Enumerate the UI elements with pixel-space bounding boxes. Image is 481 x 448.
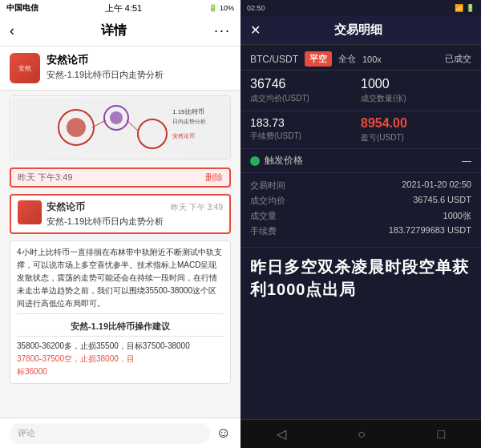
detail-value: 1000张 — [443, 210, 471, 222]
bottom-nav: ◁ ○ □ — [240, 419, 481, 448]
quantity-cell: 1000 成交数量(张) — [361, 77, 471, 104]
avatar: 安然 — [10, 53, 40, 83]
chat-time: 昨天 下午 3:49 — [171, 202, 223, 213]
chat-message[interactable]: 安然论币 昨天 下午 3:49 安然-1.19比特币日内走势分析 — [10, 194, 231, 234]
comment-placeholder: 评论 — [18, 427, 35, 439]
quantity-value: 1000 — [361, 77, 471, 91]
right-status-bar: 02:50 📶 🔋 — [240, 0, 481, 16]
price-cell: 36746 成交均价(USDT) — [250, 77, 361, 104]
right-time: 02:50 — [247, 4, 265, 12]
detail-key: 成交量 — [250, 210, 277, 222]
trade-title: 交易明细 — [334, 22, 382, 38]
analysis-body: 4小时上比特币一直徘徊在布林带中轨附近不断测试中轨支撑，可以说市场上多空喜忧参半… — [17, 246, 224, 310]
profile-area: 安然 安然论币 安然-1.19比特币日内走势分析 — [0, 46, 240, 91]
detail-key: 成交均价 — [250, 195, 285, 207]
battery-icon: 🔋 — [208, 4, 217, 12]
fee-value: 183.73 — [250, 116, 361, 129]
timestamp-text: 昨天 下午3:49 — [18, 172, 72, 184]
fee-label: 手续费(USDT) — [250, 131, 361, 142]
pnl-label: 盈亏(USDT) — [361, 132, 471, 143]
back-nav-icon[interactable]: ◁ — [277, 426, 286, 442]
delete-button[interactable]: 删除 — [205, 172, 223, 184]
trigger-row: 触发价格 — — [240, 149, 481, 173]
chat-text: 安然-1.19比特币日内走势分析 — [46, 216, 223, 228]
detail-value: 183.72799683 USDT — [389, 225, 471, 237]
right-panel: 02:50 📶 🔋 ✕ 交易明细 BTC/USDT 平空 全仓 100x 已成交… — [240, 0, 481, 448]
leverage-tag: 100x — [362, 54, 382, 64]
more-button[interactable]: ··· — [214, 22, 231, 39]
left-status-bar: 中国电信 上午 4:51 🔋 10% — [0, 0, 240, 16]
chat-content: 安然论币 昨天 下午 3:49 安然-1.19比特币日内走势分析 — [46, 200, 223, 228]
emoji-button[interactable]: ☺ — [216, 425, 231, 442]
recent-nav-icon[interactable]: □ — [438, 427, 446, 442]
back-button[interactable]: ‹ — [10, 22, 14, 39]
chart-svg: 1.19比特币 日内走势分析 安然论币 — [12, 98, 228, 158]
battery-text: 🔋 10% — [208, 4, 234, 12]
big-text: 昨日多空双杀凌晨时段空单获利1000点出局 — [250, 256, 471, 301]
fee-pnl-row: 183.73 手续费(USDT) 8954.00 盈亏(USDT) — [240, 111, 481, 149]
pnl-cell: 8954.00 盈亏(USDT) — [361, 116, 471, 143]
fee-cell: 183.73 手续费(USDT) — [250, 116, 361, 143]
quantity-label: 成交数量(张) — [361, 93, 471, 104]
svg-point-2 — [67, 118, 86, 137]
detail-key: 交易时间 — [250, 180, 285, 192]
detail-row: 手续费183.72799683 USDT — [250, 225, 471, 237]
carrier-text: 中国电信 — [6, 2, 38, 14]
bottom-text-area: 昨日多空双杀凌晨时段空单获利1000点出局 — [240, 248, 481, 419]
profile-name: 安然论币 — [46, 53, 231, 67]
trigger-dot — [250, 156, 260, 166]
right-signal: 📶 🔋 — [455, 4, 475, 12]
profile-subtitle: 安然-1.19比特币日内走势分析 — [46, 69, 231, 81]
chat-header: 安然论币 昨天 下午 3:49 — [46, 200, 223, 214]
direction-tag: 平空 — [305, 51, 332, 67]
trade-info-row: BTC/USDT 平空 全仓 100x 已成交 — [240, 45, 481, 71]
comment-input[interactable]: 评论 — [10, 423, 210, 444]
detail-row: 成交均价36745.6 USDT — [250, 195, 471, 207]
trigger-value: — — [462, 155, 471, 167]
chat-avatar — [18, 200, 42, 224]
trade-header: ✕ 交易明细 — [240, 16, 481, 45]
detail-row: 交易时间2021-01-20 02:50 — [250, 180, 471, 192]
pnl-value: 8954.00 — [361, 116, 471, 131]
position-type: 全仓 — [338, 53, 356, 65]
analysis-box: 4小时上比特币一直徘徊在布林带中轨附近不断测试中轨支撑，可以说市场上多空喜忧参半… — [10, 240, 231, 384]
rec-line-2: 37800-37500空，止损38000，目 — [17, 353, 224, 365]
chart-image: 1.19比特币 日内走势分析 安然论币 — [10, 95, 231, 159]
detail-key: 手续费 — [250, 225, 277, 237]
trade-data-grid: 36746 成交均价(USDT) 1000 成交数量(张) — [240, 71, 481, 111]
left-panel: 中国电信 上午 4:51 🔋 10% ‹ 详情 ··· 安然 安然论币 安然-1… — [0, 0, 240, 448]
price-value: 36746 — [250, 77, 361, 91]
chat-name: 安然论币 — [46, 200, 85, 214]
detail-value: 2021-01-20 02:50 — [402, 180, 471, 192]
nav-bar: ‹ 详情 ··· — [0, 16, 240, 46]
rec-line-3: 标36000 — [17, 365, 224, 378]
page-title: 详情 — [101, 22, 127, 39]
status-badge: 已成交 — [445, 53, 471, 65]
detail-value: 36745.6 USDT — [413, 195, 471, 207]
svg-text:日内走势分析: 日内走势分析 — [172, 119, 206, 125]
home-nav-icon[interactable]: ○ — [358, 427, 366, 442]
price-label: 成交均价(USDT) — [250, 93, 361, 104]
rec-line-1: 35800-36200多，止损35500，目标37500-38000 — [17, 340, 224, 353]
svg-point-4 — [110, 111, 123, 124]
trigger-label: 触发价格 — [265, 154, 457, 167]
recommendation-title: 安然-1.19比特币操作建议 — [17, 320, 224, 337]
comment-bar: 评论 ☺ — [0, 418, 240, 448]
close-button[interactable]: ✕ — [250, 22, 261, 38]
chart-visual: 1.19比特币 日内走势分析 安然论币 — [10, 96, 230, 159]
svg-text:1.19比特币: 1.19比特币 — [172, 108, 204, 115]
timestamp-area: 昨天 下午3:49 删除 — [10, 167, 231, 188]
detail-table: 交易时间2021-01-20 02:50成交均价36745.6 USDT成交量1… — [240, 173, 481, 248]
time-text: 上午 4:51 — [105, 2, 142, 14]
profile-info: 安然论币 安然-1.19比特币日内走势分析 — [46, 53, 231, 81]
trading-pair: BTC/USDT — [250, 54, 298, 65]
detail-row: 成交量1000张 — [250, 210, 471, 222]
svg-text:安然论币: 安然论币 — [172, 133, 195, 139]
